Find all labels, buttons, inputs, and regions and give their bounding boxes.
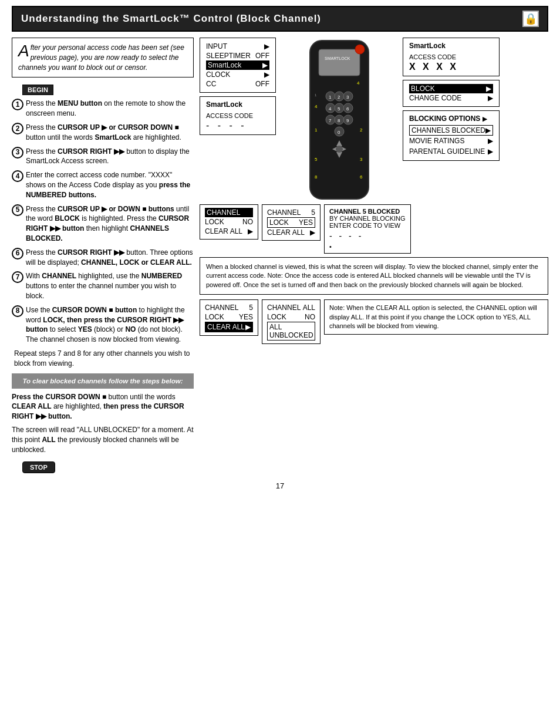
remote-image-area: SMARTLOCK 1 2 3 4 5 6: [281, 38, 398, 202]
svg-text:SMARTLOCK: SMARTLOCK: [325, 56, 350, 60]
clearall-row-1: CLEAR ALL▶: [205, 227, 253, 236]
svg-text:4: 4: [329, 106, 332, 112]
bottom-text-1: Press the CURSOR DOWN ■ button until the…: [12, 392, 194, 422]
svg-text:3: 3: [346, 95, 349, 100]
svg-text:8: 8: [338, 118, 340, 123]
svg-text:6: 6: [346, 106, 349, 112]
menu-screens-col: INPUT▶ SLEEPTIMEROFF SmartLock▶ CLOCK▶ C…: [200, 38, 276, 202]
remote-svg: SMARTLOCK 1 2 3 4 5 6: [286, 38, 392, 202]
movie-ratings-item: MOVIE RATINGS▶: [409, 136, 493, 146]
svg-text:4: 4: [315, 104, 318, 109]
channel-screen-2: CHANNEL5 LOCKYES CLEAR ALL▶: [262, 204, 321, 241]
svg-text:1: 1: [329, 95, 332, 100]
step-2: 2 Press the CURSOR UP ▶ or CURSOR DOWN ■…: [12, 123, 194, 143]
svg-text:9: 9: [346, 118, 349, 123]
left-column: A fter your personal access code has bee…: [12, 38, 194, 473]
step-3: 3 Press the CURSOR RIGHT ▶▶ button to di…: [12, 147, 194, 167]
svg-text:0: 0: [338, 130, 340, 135]
page-title: Understanding the SmartLock™ Control (Bl…: [12, 6, 548, 32]
clear-section-header: To clear blocked channels follow the ste…: [12, 373, 194, 389]
step-1: 1 Press the MENU button on the remote to…: [12, 99, 194, 119]
step-5: 5 Press the CURSOR UP ▶ or DOWN ■ button…: [12, 204, 194, 244]
svg-text:1: 1: [315, 127, 318, 133]
block-screen: BLOCK▶ CHANGE CODE▶: [403, 80, 500, 107]
access-code-label-2: ACCESS CODE: [409, 53, 493, 60]
bottom-section: CHANNEL5 LOCKYES CLEAR ALL▶ CHANNELALL L…: [200, 299, 548, 344]
parental-guideline-item: PARENTAL GUIDELINE▶: [409, 146, 493, 157]
step-4: 4 Enter the correct access code number. …: [12, 170, 194, 200]
smartlock-title-1: SmartLock: [206, 100, 269, 109]
big-letter: A: [18, 43, 29, 59]
right-screens-col: SmartLock ACCESS CODE X X X X BLOCK▶ CHA…: [403, 38, 500, 202]
svg-text:4: 4: [357, 80, 360, 86]
smartlock-screen-1: SmartLock ACCESS CODE - - - -: [200, 96, 276, 135]
bottom-channel-screen-1: CHANNEL5 LOCKYES CLEAR ALL▶: [200, 299, 258, 336]
intro-text: fter your personal access code has been …: [18, 43, 184, 72]
svg-text:2: 2: [338, 95, 340, 100]
lock-row-2: LOCKYES: [267, 217, 315, 228]
channels-blocked-item: CHANNELS BLOCKED▶: [409, 125, 493, 136]
channel-blocked-notice: CHANNEL 5 BLOCKED BY CHANNEL BLOCKING EN…: [324, 204, 411, 254]
svg-point-28: [336, 146, 343, 153]
step-8: 8 Use the CURSOR DOWN ■ button to highli…: [12, 305, 194, 345]
svg-text:5: 5: [338, 106, 340, 112]
svg-text:8: 8: [315, 174, 318, 180]
access-code-label-1: ACCESS CODE: [206, 112, 269, 119]
svg-text:3: 3: [360, 157, 363, 162]
begin-badge: BEGIN: [12, 82, 194, 99]
bottom-channel-screen-2: CHANNELALL LOCKNO ALL UNBLOCKED: [262, 299, 321, 344]
channel-screens-row: CHANNEL LOCKNO CLEAR ALL▶ CHANNEL5 LOCKY…: [200, 204, 548, 254]
svg-point-3: [355, 45, 365, 54]
block-item: BLOCK▶: [409, 84, 493, 93]
smartlock-screen-2: SmartLock ACCESS CODE X X X X: [403, 38, 500, 76]
menu-item-cc: CCOFF: [206, 79, 269, 89]
menu-item-clock: CLOCK▶: [206, 70, 269, 79]
note-box: Note: When the CLEAR ALL option is selec…: [324, 299, 548, 335]
access-code-dashes: - - - -: [206, 120, 269, 131]
svg-text:7: 7: [329, 118, 332, 123]
menu-item-smartlock: SmartLock▶: [206, 60, 269, 70]
bottom-text-2: The screen will read "ALL UNBLOCKED" for…: [12, 425, 194, 454]
svg-text:6: 6: [360, 174, 363, 180]
channel-row-1: CHANNEL: [205, 208, 253, 217]
step-6: 6 Press the CURSOR RIGHT ▶▶ button. Thre…: [12, 248, 194, 268]
lock-row-1: LOCKNO: [205, 217, 253, 227]
intro-box: A fter your personal access code has bee…: [12, 38, 194, 77]
svg-rect-1: [319, 49, 360, 76]
info-text-box: When a blocked channel is viewed, this i…: [200, 257, 548, 295]
channel-screen-1: CHANNEL LOCKNO CLEAR ALL▶: [200, 204, 258, 240]
main-menu-screen: INPUT▶ SLEEPTIMEROFF SmartLock▶ CLOCK▶ C…: [200, 38, 276, 93]
access-code-xxxx: X X X X: [409, 62, 493, 72]
menu-item-input: INPUT▶: [206, 42, 269, 51]
top-screens-area: INPUT▶ SLEEPTIMEROFF SmartLock▶ CLOCK▶ C…: [200, 38, 548, 202]
right-column: INPUT▶ SLEEPTIMEROFF SmartLock▶ CLOCK▶ C…: [200, 38, 548, 473]
page-number: 17: [12, 481, 548, 490]
repeat-text: Repeat steps 7 and 8 for any other chann…: [14, 349, 194, 369]
blocking-options-screen: BLOCKING OPTIONS ▶ CHANNELS BLOCKED▶ MOV…: [403, 110, 500, 161]
smartlock-title-2: SmartLock: [409, 42, 493, 50]
change-code-item: CHANGE CODE▶: [409, 93, 493, 103]
step-7: 7 With CHANNEL highlighted, use the NUMB…: [12, 271, 194, 301]
clearall-row-2: CLEAR ALL▶: [267, 228, 315, 237]
channel-row-2: CHANNEL5: [267, 208, 315, 217]
svg-text:2: 2: [360, 127, 363, 133]
stop-badge-container: STOP: [12, 458, 194, 473]
menu-item-sleeptimer: SLEEPTIMEROFF: [206, 51, 269, 60]
lock-icon: 🔒: [522, 11, 539, 27]
svg-text:5: 5: [315, 157, 318, 162]
